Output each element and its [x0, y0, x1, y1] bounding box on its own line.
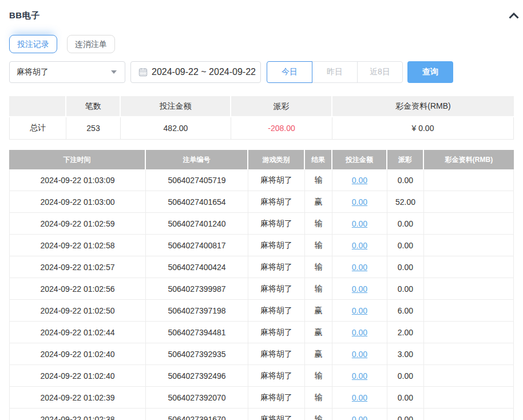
bet-amount-link[interactable]: 0.00 — [352, 371, 367, 381]
bet-amount-cell: 0.00 — [332, 213, 387, 235]
order-id-cell: 5064027401240 — [146, 213, 248, 235]
yesterday-button[interactable]: 昨日 — [312, 61, 358, 83]
bonus-cell — [424, 235, 514, 256]
bet-amount-cell: 0.00 — [332, 191, 387, 213]
table-row: 2024-09-22 01:03:095064027405719麻将胡了输0.0… — [9, 169, 514, 191]
result-cell: 赢 — [305, 322, 332, 343]
game-type-cell: 麻将胡了 — [248, 169, 305, 191]
game-type-cell: 麻将胡了 — [248, 365, 305, 387]
payout-cell: 3.00 — [387, 343, 424, 365]
payout-cell: 2.00 — [387, 322, 424, 343]
chevron-up-icon — [509, 13, 519, 19]
summary-table: 笔数 投注金额 派彩 彩金资料(RMB) 总计 253 482.00 -208.… — [9, 96, 514, 140]
summary-col-bonus: 彩金资料(RMB) — [332, 96, 514, 117]
table-row: 2024-09-22 01:02:445064027394481麻将胡了赢0.0… — [9, 322, 514, 343]
game-type-cell: 麻将胡了 — [248, 343, 305, 365]
order-id-cell: 5064027401654 — [146, 191, 248, 213]
calendar-icon — [138, 68, 148, 77]
order-id-cell: 5064027392935 — [146, 343, 248, 365]
summary-col-bet-amount: 投注金额 — [121, 96, 231, 117]
bet-amount-link[interactable]: 0.00 — [352, 393, 367, 402]
today-button[interactable]: 今日 — [267, 61, 312, 83]
result-cell: 输 — [305, 213, 332, 235]
chevron-down-icon — [111, 70, 117, 74]
detail-col-result: 结果 — [305, 150, 332, 169]
game-type-cell: 麻将胡了 — [248, 387, 305, 409]
detail-col-bet: 投注金额 — [332, 150, 387, 169]
bet-time-cell: 2024-09-22 01:02:58 — [9, 235, 146, 256]
bonus-cell — [424, 343, 514, 365]
panel-header: BB电子 — [9, 0, 514, 21]
bet-amount-link[interactable]: 0.00 — [352, 219, 367, 228]
summary-total-payout: -208.00 — [231, 117, 332, 140]
summary-total-count: 253 — [66, 117, 121, 140]
bet-time-cell: 2024-09-22 01:02:59 — [9, 213, 146, 235]
game-type-cell: 麻将胡了 — [248, 409, 305, 420]
bet-amount-cell: 0.00 — [332, 343, 387, 365]
order-id-cell: 5064027400817 — [146, 235, 248, 256]
result-cell: 输 — [305, 278, 332, 300]
bet-amount-link[interactable]: 0.00 — [352, 263, 367, 272]
summary-col-payout: 派彩 — [231, 96, 332, 117]
summary-col-count: 笔数 — [66, 96, 121, 117]
bet-amount-link[interactable]: 0.00 — [352, 241, 367, 250]
collapse-button[interactable] — [507, 11, 521, 21]
game-type-cell: 麻将胡了 — [248, 256, 305, 278]
bonus-cell — [424, 409, 514, 420]
table-row: 2024-09-22 01:02:395064027392070麻将胡了输0.0… — [9, 387, 514, 409]
bonus-cell — [424, 387, 514, 409]
bonus-cell — [424, 213, 514, 235]
result-cell: 输 — [305, 235, 332, 256]
payout-cell: 0.00 — [387, 409, 424, 420]
bet-time-cell: 2024-09-22 01:02:44 — [9, 322, 146, 343]
order-id-cell: 5064027392496 — [146, 365, 248, 387]
detail-header-row: 下注时间 注单编号 游戏类别 结果 投注金额 派彩 彩金资料(RMB) — [9, 150, 514, 169]
bet-amount-link[interactable]: 0.00 — [352, 415, 367, 420]
date-range-value: 2024-09-22 ~ 2024-09-22 — [152, 67, 256, 77]
bet-amount-link[interactable]: 0.00 — [352, 176, 367, 185]
bet-time-cell: 2024-09-22 01:02:38 — [9, 409, 146, 420]
summary-col-empty — [9, 96, 66, 117]
detail-col-game: 游戏类别 — [248, 150, 305, 169]
summary-total-bonus: ¥ 0.00 — [332, 117, 514, 140]
bonus-cell — [424, 365, 514, 387]
order-id-cell: 5064027405719 — [146, 169, 248, 191]
game-type-cell: 麻将胡了 — [248, 213, 305, 235]
game-select[interactable]: 麻将胡了 — [9, 61, 125, 83]
bet-amount-link[interactable]: 0.00 — [352, 350, 367, 359]
order-id-cell: 5064027392070 — [146, 387, 248, 409]
order-id-cell: 5064027397198 — [146, 300, 248, 322]
bonus-cell — [424, 169, 514, 191]
game-select-value: 麻将胡了 — [17, 67, 49, 77]
order-id-cell: 5064027400424 — [146, 256, 248, 278]
game-type-cell: 麻将胡了 — [248, 300, 305, 322]
summary-header-row: 笔数 投注金额 派彩 彩金资料(RMB) — [9, 96, 514, 117]
tab-cancelled-orders[interactable]: 连消注单 — [67, 35, 115, 53]
filter-bar: 麻将胡了 2024-09-22 ~ 2024-09-22 今日 — [9, 61, 514, 83]
bet-time-cell: 2024-09-22 01:02:40 — [9, 365, 146, 387]
summary-total-row: 总计 253 482.00 -208.00 ¥ 0.00 — [9, 117, 514, 140]
last-8-days-button[interactable]: 近8日 — [357, 61, 403, 83]
table-row: 2024-09-22 01:02:595064027401240麻将胡了输0.0… — [9, 213, 514, 235]
detail-col-time: 下注时间 — [9, 150, 146, 169]
game-type-cell: 麻将胡了 — [248, 191, 305, 213]
tab-bet-records[interactable]: 投注记录 — [9, 35, 57, 53]
order-id-cell: 5064027399987 — [146, 278, 248, 300]
detail-col-bonus: 彩金资料(RMB) — [424, 150, 514, 169]
summary-total-bet-amount: 482.00 — [121, 117, 231, 140]
table-row: 2024-09-22 01:02:585064027400817麻将胡了输0.0… — [9, 235, 514, 256]
order-id-cell: 5064027394481 — [146, 322, 248, 343]
result-cell: 赢 — [305, 343, 332, 365]
result-cell: 输 — [305, 169, 332, 191]
date-range-input[interactable]: 2024-09-22 ~ 2024-09-22 — [130, 61, 261, 83]
result-cell: 输 — [305, 387, 332, 409]
bet-amount-link[interactable]: 0.00 — [352, 306, 367, 315]
bet-amount-link[interactable]: 0.00 — [352, 328, 367, 337]
bet-time-cell: 2024-09-22 01:02:57 — [9, 256, 146, 278]
bet-amount-link[interactable]: 0.00 — [352, 197, 367, 207]
game-type-cell: 麻将胡了 — [248, 235, 305, 256]
bet-amount-link[interactable]: 0.00 — [352, 284, 367, 294]
bet-amount-cell: 0.00 — [332, 387, 387, 409]
bet-time-cell: 2024-09-22 01:02:39 — [9, 387, 146, 409]
query-button[interactable]: 查询 — [407, 61, 453, 83]
